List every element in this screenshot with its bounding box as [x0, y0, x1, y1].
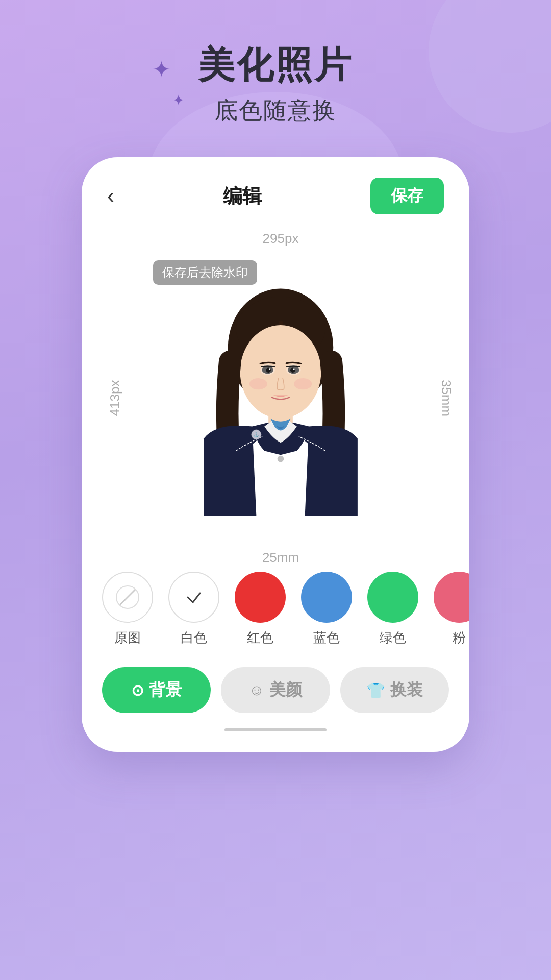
svg-point-12: [269, 368, 270, 370]
color-label-blue: 蓝色: [313, 629, 340, 647]
color-item-green[interactable]: 绿色: [367, 572, 418, 647]
svg-point-15: [294, 378, 312, 389]
width-label: 295px: [263, 231, 299, 247]
right-mm-label: 35mm: [438, 380, 454, 416]
watermark-badge: 保存后去除水印: [153, 260, 257, 285]
color-label-original: 原图: [114, 629, 141, 647]
tab-label-background: 背景: [149, 679, 182, 701]
tab-icon-beauty: ☺: [249, 681, 265, 699]
photo-area: ⚓: [143, 250, 418, 546]
photo-container: 保存后去除水印: [143, 250, 418, 546]
color-circle-original[interactable]: [102, 572, 153, 623]
home-indicator: [224, 728, 327, 731]
sparkle-star-small: ✦: [172, 92, 184, 109]
color-circle-white[interactable]: [168, 572, 219, 623]
tab-button-outfit[interactable]: 👕换装: [340, 667, 449, 713]
color-item-white[interactable]: 白色: [168, 572, 219, 647]
tab-label-outfit: 换装: [390, 679, 423, 701]
tab-icon-background: ⊙: [131, 681, 144, 699]
svg-point-14: [249, 378, 267, 389]
color-circle-green[interactable]: [367, 572, 418, 623]
color-label-red: 红色: [247, 629, 273, 647]
color-label-pink: 粉: [453, 629, 466, 647]
tab-button-background[interactable]: ⊙背景: [102, 667, 211, 713]
svg-point-13: [293, 368, 295, 370]
color-item-original[interactable]: 原图: [102, 572, 153, 647]
tab-icon-outfit: 👕: [366, 681, 385, 699]
page-subtitle: 底色随意换: [198, 95, 353, 127]
header-area: ✦ ✦ 美化照片 底色随意换: [198, 41, 353, 127]
color-item-blue[interactable]: 蓝色: [301, 572, 352, 647]
person-svg: ⚓: [143, 250, 418, 546]
tab-button-beauty[interactable]: ☺美颜: [221, 667, 330, 713]
back-button[interactable]: ‹: [107, 184, 114, 208]
svg-point-16: [278, 456, 284, 462]
color-picker-row: 原图白色红色蓝色绿色粉: [82, 572, 469, 647]
color-label-green: 绿色: [380, 629, 406, 647]
bg-blob-top-right: [429, 0, 551, 133]
color-circle-pink[interactable]: [434, 572, 469, 623]
color-item-red[interactable]: 红色: [235, 572, 286, 647]
bottom-tabs: ⊙背景☺美颜👕换装: [82, 652, 469, 713]
photo-wrapper: 295px 413px 35mm 25mm 保存后去除水印: [122, 250, 439, 546]
height-label: 413px: [107, 380, 123, 416]
svg-point-4: [240, 325, 321, 419]
screen-title: 编辑: [223, 183, 262, 209]
color-label-white: 白色: [181, 629, 207, 647]
phone-mockup: ‹ 编辑 保存 295px 413px 35mm 25mm 保存后去除水印: [82, 157, 469, 752]
phone-header: ‹ 编辑 保存: [82, 157, 469, 225]
page-title: 美化照片: [198, 41, 353, 90]
svg-text:⚓: ⚓: [253, 432, 259, 438]
tab-label-beauty: 美颜: [269, 679, 302, 701]
sparkle-star-large: ✦: [152, 56, 171, 82]
svg-line-19: [120, 590, 135, 605]
bottom-mm-label: 25mm: [262, 550, 299, 566]
color-item-pink[interactable]: 粉: [434, 572, 469, 647]
save-button[interactable]: 保存: [370, 178, 444, 214]
color-circle-red[interactable]: [235, 572, 286, 623]
color-circle-blue[interactable]: [301, 572, 352, 623]
